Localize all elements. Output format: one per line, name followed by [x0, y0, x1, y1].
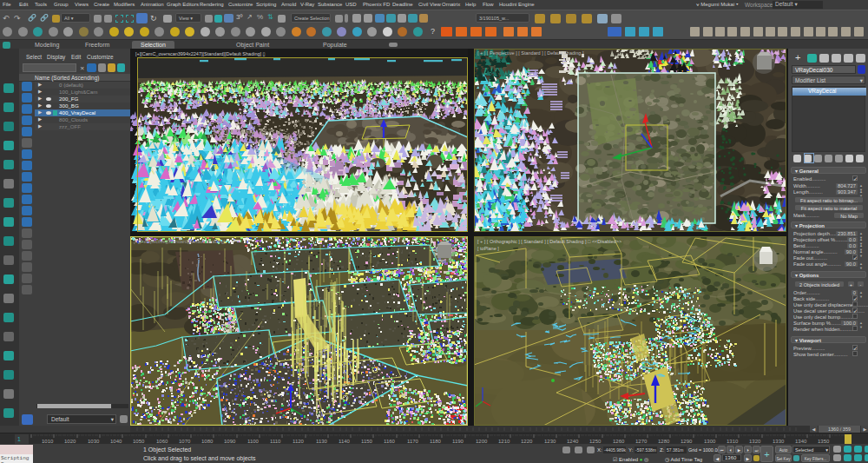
svg-text:[ + ] [ Perspective ] [ Standa: [ + ] [ Perspective ] [ Standard ] [ Def… [477, 50, 584, 56]
svg-text:1: 1 [17, 436, 21, 442]
svg-text:[ + ] [ Orthographic ] [ Stand: [ + ] [ Orthographic ] [ Standard ] [ De… [477, 239, 621, 244]
svg-text:[+][Perspective][Standard][Def: [+][Perspective][Standard][Default Shadi… [134, 239, 226, 244]
svg-text:[+][CamC_overscan3994x2247][St: [+][CamC_overscan3994x2247][Standard][De… [135, 51, 266, 56]
svg-text:[ toPlane ]: [ toPlane ] [477, 246, 499, 251]
